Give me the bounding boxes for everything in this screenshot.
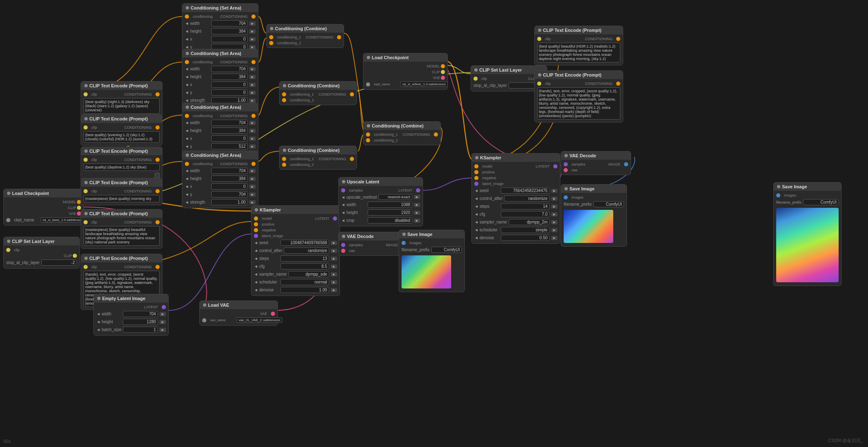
node-header: Save Image bbox=[774, 183, 841, 191]
input-cond1: conditioning_1 CONDITIONING bbox=[280, 156, 356, 162]
input-vae: vae bbox=[561, 167, 631, 173]
image-preview-far-right bbox=[776, 208, 839, 282]
clip-text-encode-1: CLIP Text Encode (Prompt) clip CONDITION… bbox=[81, 81, 163, 117]
node-header: Empty Latent Image bbox=[94, 294, 168, 303]
node-header: Load Checkpoint bbox=[363, 53, 447, 62]
timestamp: 00s bbox=[3, 439, 11, 444]
node-header: Conditioning (Set Area) bbox=[182, 4, 258, 12]
load-checkpoint-left: Load Checkpoint MODEL CLIP VAE ckpt_name… bbox=[3, 189, 84, 226]
node-header: CLIP Text Encode (Prompt) bbox=[81, 82, 162, 90]
input-clip: clip CONDITIONING bbox=[81, 91, 162, 97]
node-header: Upscale Latent bbox=[339, 178, 423, 186]
load-checkpoint-center: Load Checkpoint MODEL CLIP VAE ckpt_name… bbox=[363, 53, 448, 90]
watermark: CSDN @金贝贝_ bbox=[828, 437, 863, 444]
input-images: images bbox=[774, 192, 841, 198]
node-header: Save Image bbox=[561, 185, 626, 193]
node-header: CLIP Text Encode (Prompt) bbox=[81, 147, 162, 155]
input-cond1: conditioning_1 CONDITIONING bbox=[280, 91, 356, 97]
node-header: CLIP Text Encode (Prompt) bbox=[81, 115, 162, 123]
prompt-text[interactable]: (masterpiece) (best quality) beautiful l… bbox=[84, 226, 160, 246]
prompt-text[interactable]: (best quality) (daytime:1.2) sky (blue) bbox=[84, 163, 160, 171]
save-image-left: Save Image images filename_prefixComfyUI bbox=[399, 230, 465, 292]
node-header: Load Checkpoint bbox=[4, 189, 84, 197]
node-header: VAE Decode bbox=[561, 151, 631, 160]
input-clip: clip bbox=[4, 247, 79, 253]
prompt-text[interactable]: (best quality) beautiful (HDR:1.2) (real… bbox=[537, 43, 620, 62]
input-model: model LATENT bbox=[472, 163, 560, 169]
input-cond2: conditioning_2 bbox=[363, 137, 440, 143]
input-cond: conditioning CONDITIONING bbox=[182, 59, 258, 65]
input-cond1: conditioning_1 CONDITIONING bbox=[363, 132, 440, 137]
input-clip: clip CONDITIONING bbox=[535, 81, 623, 87]
node-header: CLIP Text Encode (Prompt) bbox=[81, 254, 162, 262]
stop-at-clip-row: stop_at_clip_layer -2 bbox=[4, 259, 79, 267]
input-negative: negative bbox=[472, 175, 560, 181]
vae-decode-right: VAE Decode samples IMAGE vae bbox=[561, 151, 631, 175]
input-samples: samples IMAGE bbox=[339, 242, 408, 248]
prompt-text[interactable]: (best quality) (night:1.3) (darkness) sk… bbox=[84, 98, 160, 114]
node-header: Conditioning (Set Area) bbox=[182, 103, 258, 111]
output-model: MODEL bbox=[4, 199, 84, 205]
input-clip: clip CONDITIONING bbox=[81, 157, 162, 163]
ckpt-name-row: ckpt_name sd_xl_base_1.0.safetensors bbox=[4, 216, 84, 223]
node-header: CLIP Set Last Layer bbox=[4, 237, 79, 245]
node-header: Conditioning (Combine) bbox=[280, 146, 356, 154]
clip-set-last-layer-left: CLIP Set Last Layer clip CLIP stop_at_cl… bbox=[3, 237, 80, 269]
cond-combine-1: Conditioning (Combine) conditioning_1 CO… bbox=[266, 24, 344, 48]
prompt-text[interactable]: (hands), text, error, cropped, (worst qu… bbox=[537, 87, 620, 120]
image-preview-left bbox=[402, 255, 451, 288]
node-header: Conditioning (Combine) bbox=[280, 82, 356, 90]
input-samples: samples LATENT bbox=[339, 187, 423, 193]
cond-set-area-4: Conditioning (Set Area) conditioning CON… bbox=[182, 151, 258, 208]
input-vae: vae bbox=[339, 248, 408, 254]
clip-text-encode-5: CLIP Text Encode (Prompt) clip CONDITION… bbox=[81, 209, 163, 249]
cond-combine-4: Conditioning (Combine) conditioning_1 CO… bbox=[363, 121, 441, 145]
input-negative: negative bbox=[251, 227, 340, 233]
input-latent: latent_image bbox=[472, 181, 560, 187]
node-header: VAE Decode bbox=[339, 232, 408, 240]
output-clip: CLIP bbox=[363, 69, 447, 75]
output-model: MODEL bbox=[363, 63, 447, 69]
prompt-text[interactable]: (masterpiece) (best quality) morning sky bbox=[84, 195, 160, 202]
node-header: CLIP Text Encode (Prompt) bbox=[535, 26, 623, 34]
node-header: Conditioning (Combine) bbox=[363, 122, 440, 130]
node-header: Load VAE bbox=[200, 301, 277, 309]
node-header: Conditioning (Combine) bbox=[267, 24, 344, 33]
node-header: CLIP Text Encode (Prompt) bbox=[81, 209, 162, 218]
prompt-text[interactable]: (best quality) (evening:1.2) (sky:1.2) (… bbox=[84, 131, 160, 143]
save-image-right: Save Image images filename_prefixComfyUI bbox=[561, 184, 627, 247]
input-positive: positive bbox=[472, 169, 560, 175]
input-cond1: conditioning_1 CONDITIONING bbox=[267, 34, 344, 40]
output-vae: VAE bbox=[200, 311, 277, 317]
clip-text-encode-right-2: CLIP Text Encode (Prompt) clip CONDITION… bbox=[534, 70, 623, 123]
input-images: images bbox=[399, 240, 464, 246]
ckpt-name-row: ckpt_name sd_xl_refiner_1.0.safetensors bbox=[363, 81, 447, 88]
input-cond: conditioning CONDITIONING bbox=[182, 14, 258, 19]
input-clip: clip CONDITIONING bbox=[81, 219, 162, 225]
input-clip: clip CONDITIONING bbox=[535, 36, 623, 42]
cond-combine-2: Conditioning (Combine) conditioning_1 CO… bbox=[279, 81, 357, 105]
input-cond2: conditioning_2 bbox=[280, 97, 356, 103]
input-cond2: conditioning_2 bbox=[267, 40, 344, 46]
clip-text-encode-right-1: CLIP Text Encode (Prompt) clip CONDITION… bbox=[534, 26, 623, 65]
input-images: images bbox=[561, 195, 626, 200]
node-header: Save Image bbox=[399, 230, 464, 238]
load-vae: Load VAE VAE vae_name vae_XL_VAE_C.safet… bbox=[199, 300, 278, 326]
cond-combine-3: Conditioning (Combine) conditioning_1 CO… bbox=[279, 146, 357, 170]
input-clip: clip CONDITIONING bbox=[81, 188, 162, 194]
ksampler-right: KSampler model LATENT positive negative … bbox=[471, 153, 560, 244]
cond-set-area-2: Conditioning (Set Area) conditioning CON… bbox=[182, 49, 258, 106]
input-samples: samples IMAGE bbox=[561, 161, 631, 167]
save-image-far-right: Save Image images filename_prefixComfyUI bbox=[773, 182, 842, 286]
node-header: KSampler bbox=[472, 154, 560, 162]
node-header: Conditioning (Set Area) bbox=[182, 151, 258, 159]
input-latent: latent_image bbox=[251, 233, 340, 239]
output-vae: VAE bbox=[4, 211, 84, 216]
node-header: CLIP Text Encode (Prompt) bbox=[535, 71, 623, 79]
clip-text-encode-4: CLIP Text Encode (Prompt) clip CONDITION… bbox=[81, 178, 163, 205]
upscale-latent: Upscale Latent samples LATENT ◄ upscale_… bbox=[338, 177, 423, 226]
input-model: model LATENT bbox=[251, 216, 340, 221]
vae-decode-left: VAE Decode samples IMAGE vae bbox=[338, 232, 409, 256]
input-cond2: conditioning_2 bbox=[280, 162, 356, 168]
node-header: CLIP Text Encode (Prompt) bbox=[81, 178, 162, 187]
